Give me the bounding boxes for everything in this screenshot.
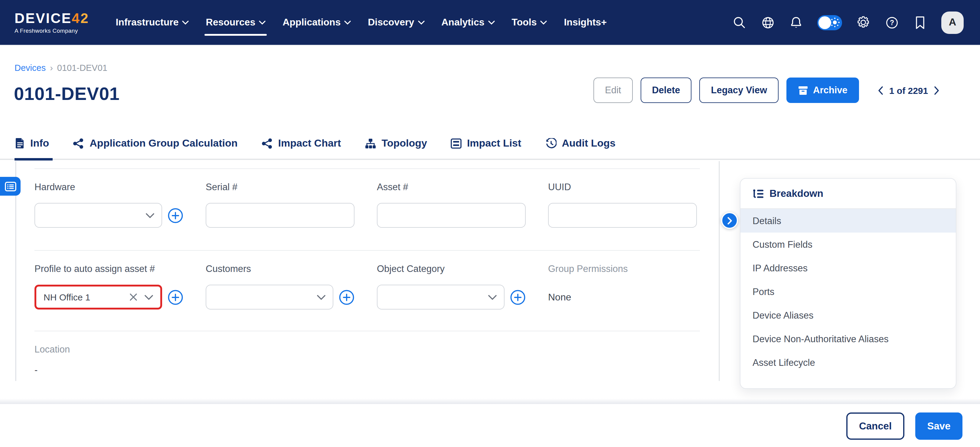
chevron-down-icon (317, 295, 325, 300)
search-icon[interactable] (732, 15, 746, 30)
chevron-down-icon (418, 20, 424, 24)
chevron-down-icon (488, 295, 496, 300)
breadcrumb-separator: › (50, 63, 53, 73)
list-panel-icon (5, 181, 16, 191)
tab-audit-logs[interactable]: Audit Logs (545, 127, 616, 159)
breadcrumb-devices-link[interactable]: Devices (14, 63, 46, 73)
chevron-down-icon (145, 295, 153, 300)
chevron-down-icon (182, 20, 189, 24)
share-nodes-icon (261, 138, 273, 149)
serial-label: Serial # (206, 182, 355, 193)
device-info-form: Hardware Serial # Asset # UUID (35, 168, 700, 393)
add-profile-button[interactable] (167, 289, 183, 305)
cancel-button[interactable]: Cancel (846, 412, 904, 440)
object-category-select[interactable] (377, 285, 504, 310)
group-permissions-label: Group Permissions (548, 263, 697, 275)
asset-label: Asset # (377, 182, 526, 193)
menu-applications[interactable]: Applications (274, 0, 360, 45)
clear-icon[interactable] (129, 293, 137, 301)
menu-discovery[interactable]: Discovery (360, 0, 433, 45)
document-icon (15, 137, 25, 149)
profile-select[interactable]: NH Office 1 (35, 285, 162, 310)
delete-button[interactable]: Delete (640, 78, 692, 103)
breadcrumb: Devices › 0101-DEV01 (14, 63, 107, 73)
main-menu: Infrastructure Resources Applications Di… (107, 0, 615, 45)
menu-infrastructure[interactable]: Infrastructure (107, 0, 197, 45)
breakdown-item-ip-addresses[interactable]: IP Addresses (740, 256, 956, 280)
nav-utilities: ? A (732, 11, 980, 34)
edit-button[interactable]: Edit (593, 78, 632, 103)
table-icon (451, 138, 461, 149)
menu-resources[interactable]: Resources (197, 0, 274, 45)
breakdown-item-custom-fields[interactable]: Custom Fields (740, 233, 956, 256)
pagination-text: 1 of 2291 (889, 85, 928, 96)
list-tree-icon (752, 189, 764, 198)
group-permissions-value: None (548, 285, 697, 310)
device42-app: DEVICE42 A Freshworks Company Infrastruc… (0, 0, 980, 447)
form-sections-flyout-button[interactable] (0, 177, 21, 196)
breakdown-panel: Breakdown Details Custom Fields IP Addre… (740, 178, 956, 389)
tab-topology[interactable]: Topology (364, 127, 427, 159)
chevron-down-icon (344, 20, 351, 24)
logo-wordmark: DEVICE42 (14, 11, 89, 26)
bell-icon[interactable] (789, 15, 803, 30)
chevron-down-icon (540, 20, 547, 24)
device42-logo[interactable]: DEVICE42 A Freshworks Company (14, 11, 89, 34)
breakdown-item-asset-lifecycle[interactable]: Asset Lifecycle (740, 351, 956, 374)
tab-info[interactable]: Info (15, 127, 49, 159)
menu-tools[interactable]: Tools (503, 0, 556, 45)
asset-input[interactable] (385, 204, 518, 227)
save-bar: Cancel Save (0, 404, 980, 447)
sitemap-icon (364, 138, 376, 149)
breakdown-item-ports[interactable]: Ports (740, 280, 956, 303)
avatar[interactable]: A (941, 11, 964, 34)
add-object-category-button[interactable] (510, 289, 526, 305)
avatar-letter: A (949, 16, 956, 29)
archive-icon (798, 85, 808, 96)
form-row-3: Location - (35, 331, 700, 393)
add-hardware-button[interactable] (167, 208, 183, 223)
next-record-icon[interactable] (934, 86, 939, 95)
globe-icon[interactable] (760, 15, 775, 30)
breakdown-item-device-non-authoritative-aliases[interactable]: Device Non-Authoritative Aliases (740, 327, 956, 351)
logo-tagline: A Freshworks Company (14, 28, 89, 34)
content-panel-divider (719, 161, 719, 381)
theme-toggle[interactable] (817, 15, 842, 30)
profile-label: Profile to auto assign asset # (35, 263, 183, 275)
help-icon[interactable]: ? (885, 15, 899, 30)
chevron-down-icon (259, 20, 266, 24)
form-row-1: Hardware Serial # Asset # UUID (35, 168, 700, 250)
bookmark-icon[interactable] (913, 15, 928, 30)
tab-impact-list[interactable]: Impact List (451, 127, 522, 159)
customers-select[interactable] (206, 285, 333, 310)
hardware-select[interactable] (35, 203, 162, 228)
share-nodes-icon (73, 138, 84, 149)
breakdown-item-details[interactable]: Details (740, 209, 956, 233)
uuid-label: UUID (548, 182, 697, 193)
uuid-input[interactable] (556, 204, 689, 227)
save-button[interactable]: Save (915, 412, 963, 440)
customers-label: Customers (206, 263, 355, 275)
tab-application-group-calculation[interactable]: Application Group Calculation (73, 127, 237, 159)
history-icon (545, 138, 556, 149)
sun-icon (829, 17, 840, 28)
tab-impact-chart[interactable]: Impact Chart (261, 127, 341, 159)
object-category-label: Object Category (377, 263, 526, 275)
hardware-label: Hardware (35, 182, 183, 193)
archive-button[interactable]: Archive (786, 78, 859, 103)
add-customer-button[interactable] (339, 289, 355, 305)
legacy-view-button[interactable]: Legacy View (700, 78, 779, 103)
breadcrumb-current: 0101-DEV01 (57, 63, 107, 73)
location-label: Location (35, 344, 700, 355)
menu-insights[interactable]: Insights+ (555, 0, 615, 45)
header-actions: Edit Delete Legacy View Archive 1 of 229… (593, 78, 939, 103)
serial-input[interactable] (213, 204, 347, 227)
location-value: - (35, 365, 700, 393)
detail-tabs: Info Application Group Calculation Impac… (0, 128, 980, 160)
gear-icon[interactable] (856, 15, 870, 30)
prev-record-icon[interactable] (878, 86, 883, 95)
panel-collapse-button[interactable] (721, 212, 738, 229)
breakdown-item-device-aliases[interactable]: Device Aliases (740, 303, 956, 327)
menu-analytics[interactable]: Analytics (433, 0, 503, 45)
breakdown-title: Breakdown (770, 188, 823, 199)
